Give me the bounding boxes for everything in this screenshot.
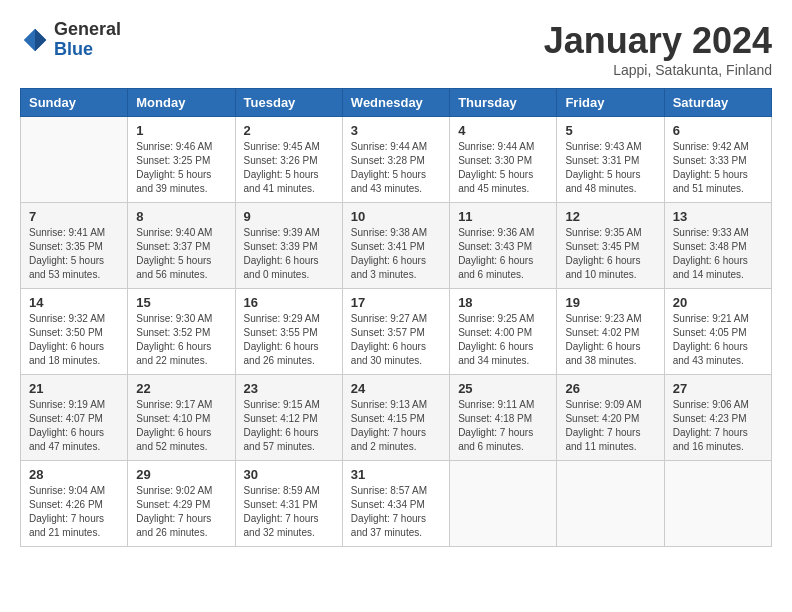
day-info: Sunrise: 8:59 AMSunset: 4:31 PMDaylight:… [244, 484, 334, 540]
day-number: 12 [565, 209, 655, 224]
day-info: Sunrise: 9:39 AMSunset: 3:39 PMDaylight:… [244, 226, 334, 282]
weekday-header-wednesday: Wednesday [342, 89, 449, 117]
day-info: Sunrise: 9:35 AMSunset: 3:45 PMDaylight:… [565, 226, 655, 282]
day-info: Sunrise: 9:33 AMSunset: 3:48 PMDaylight:… [673, 226, 763, 282]
calendar-cell: 19Sunrise: 9:23 AMSunset: 4:02 PMDayligh… [557, 289, 664, 375]
calendar-week-row: 28Sunrise: 9:04 AMSunset: 4:26 PMDayligh… [21, 461, 772, 547]
calendar-cell: 17Sunrise: 9:27 AMSunset: 3:57 PMDayligh… [342, 289, 449, 375]
day-info: Sunrise: 9:46 AMSunset: 3:25 PMDaylight:… [136, 140, 226, 196]
day-number: 11 [458, 209, 548, 224]
day-info: Sunrise: 9:29 AMSunset: 3:55 PMDaylight:… [244, 312, 334, 368]
day-info: Sunrise: 9:06 AMSunset: 4:23 PMDaylight:… [673, 398, 763, 454]
logo-text: General Blue [54, 20, 121, 60]
calendar-cell: 5Sunrise: 9:43 AMSunset: 3:31 PMDaylight… [557, 117, 664, 203]
day-number: 22 [136, 381, 226, 396]
day-number: 30 [244, 467, 334, 482]
day-info: Sunrise: 9:30 AMSunset: 3:52 PMDaylight:… [136, 312, 226, 368]
day-info: Sunrise: 9:23 AMSunset: 4:02 PMDaylight:… [565, 312, 655, 368]
day-info: Sunrise: 9:17 AMSunset: 4:10 PMDaylight:… [136, 398, 226, 454]
day-number: 13 [673, 209, 763, 224]
calendar-week-row: 14Sunrise: 9:32 AMSunset: 3:50 PMDayligh… [21, 289, 772, 375]
day-number: 16 [244, 295, 334, 310]
calendar-cell: 2Sunrise: 9:45 AMSunset: 3:26 PMDaylight… [235, 117, 342, 203]
day-number: 17 [351, 295, 441, 310]
day-number: 15 [136, 295, 226, 310]
day-number: 2 [244, 123, 334, 138]
calendar-cell [557, 461, 664, 547]
day-number: 21 [29, 381, 119, 396]
weekday-header-thursday: Thursday [450, 89, 557, 117]
day-number: 20 [673, 295, 763, 310]
calendar-cell: 18Sunrise: 9:25 AMSunset: 4:00 PMDayligh… [450, 289, 557, 375]
calendar-cell: 20Sunrise: 9:21 AMSunset: 4:05 PMDayligh… [664, 289, 771, 375]
day-number: 14 [29, 295, 119, 310]
calendar-cell [664, 461, 771, 547]
day-number: 26 [565, 381, 655, 396]
calendar-week-row: 21Sunrise: 9:19 AMSunset: 4:07 PMDayligh… [21, 375, 772, 461]
logo-icon [20, 25, 50, 55]
day-info: Sunrise: 9:15 AMSunset: 4:12 PMDaylight:… [244, 398, 334, 454]
day-info: Sunrise: 9:43 AMSunset: 3:31 PMDaylight:… [565, 140, 655, 196]
calendar-cell: 28Sunrise: 9:04 AMSunset: 4:26 PMDayligh… [21, 461, 128, 547]
day-info: Sunrise: 9:02 AMSunset: 4:29 PMDaylight:… [136, 484, 226, 540]
day-info: Sunrise: 9:40 AMSunset: 3:37 PMDaylight:… [136, 226, 226, 282]
weekday-header-saturday: Saturday [664, 89, 771, 117]
day-info: Sunrise: 9:38 AMSunset: 3:41 PMDaylight:… [351, 226, 441, 282]
day-info: Sunrise: 9:45 AMSunset: 3:26 PMDaylight:… [244, 140, 334, 196]
day-number: 8 [136, 209, 226, 224]
day-info: Sunrise: 9:19 AMSunset: 4:07 PMDaylight:… [29, 398, 119, 454]
day-info: Sunrise: 9:04 AMSunset: 4:26 PMDaylight:… [29, 484, 119, 540]
calendar-cell: 29Sunrise: 9:02 AMSunset: 4:29 PMDayligh… [128, 461, 235, 547]
day-number: 1 [136, 123, 226, 138]
calendar-cell: 21Sunrise: 9:19 AMSunset: 4:07 PMDayligh… [21, 375, 128, 461]
day-info: Sunrise: 9:11 AMSunset: 4:18 PMDaylight:… [458, 398, 548, 454]
day-number: 25 [458, 381, 548, 396]
day-info: Sunrise: 9:32 AMSunset: 3:50 PMDaylight:… [29, 312, 119, 368]
day-number: 10 [351, 209, 441, 224]
calendar-week-row: 7Sunrise: 9:41 AMSunset: 3:35 PMDaylight… [21, 203, 772, 289]
calendar-cell [450, 461, 557, 547]
calendar-cell: 30Sunrise: 8:59 AMSunset: 4:31 PMDayligh… [235, 461, 342, 547]
day-info: Sunrise: 8:57 AMSunset: 4:34 PMDaylight:… [351, 484, 441, 540]
calendar-cell: 24Sunrise: 9:13 AMSunset: 4:15 PMDayligh… [342, 375, 449, 461]
day-info: Sunrise: 9:13 AMSunset: 4:15 PMDaylight:… [351, 398, 441, 454]
calendar-cell: 10Sunrise: 9:38 AMSunset: 3:41 PMDayligh… [342, 203, 449, 289]
calendar-cell: 23Sunrise: 9:15 AMSunset: 4:12 PMDayligh… [235, 375, 342, 461]
calendar-cell: 12Sunrise: 9:35 AMSunset: 3:45 PMDayligh… [557, 203, 664, 289]
day-info: Sunrise: 9:21 AMSunset: 4:05 PMDaylight:… [673, 312, 763, 368]
weekday-header-sunday: Sunday [21, 89, 128, 117]
day-number: 19 [565, 295, 655, 310]
calendar-cell: 27Sunrise: 9:06 AMSunset: 4:23 PMDayligh… [664, 375, 771, 461]
day-number: 27 [673, 381, 763, 396]
day-number: 4 [458, 123, 548, 138]
calendar-cell: 25Sunrise: 9:11 AMSunset: 4:18 PMDayligh… [450, 375, 557, 461]
calendar-cell: 16Sunrise: 9:29 AMSunset: 3:55 PMDayligh… [235, 289, 342, 375]
calendar-cell: 3Sunrise: 9:44 AMSunset: 3:28 PMDaylight… [342, 117, 449, 203]
day-number: 6 [673, 123, 763, 138]
day-info: Sunrise: 9:09 AMSunset: 4:20 PMDaylight:… [565, 398, 655, 454]
day-number: 23 [244, 381, 334, 396]
calendar-cell: 15Sunrise: 9:30 AMSunset: 3:52 PMDayligh… [128, 289, 235, 375]
weekday-header-friday: Friday [557, 89, 664, 117]
day-info: Sunrise: 9:44 AMSunset: 3:30 PMDaylight:… [458, 140, 548, 196]
day-info: Sunrise: 9:44 AMSunset: 3:28 PMDaylight:… [351, 140, 441, 196]
weekday-header-monday: Monday [128, 89, 235, 117]
calendar-cell: 8Sunrise: 9:40 AMSunset: 3:37 PMDaylight… [128, 203, 235, 289]
day-number: 28 [29, 467, 119, 482]
calendar-cell: 6Sunrise: 9:42 AMSunset: 3:33 PMDaylight… [664, 117, 771, 203]
title-section: January 2024 Lappi, Satakunta, Finland [544, 20, 772, 78]
logo: General Blue [20, 20, 121, 60]
day-info: Sunrise: 9:42 AMSunset: 3:33 PMDaylight:… [673, 140, 763, 196]
weekday-header-tuesday: Tuesday [235, 89, 342, 117]
calendar-cell: 13Sunrise: 9:33 AMSunset: 3:48 PMDayligh… [664, 203, 771, 289]
day-number: 7 [29, 209, 119, 224]
calendar-cell: 31Sunrise: 8:57 AMSunset: 4:34 PMDayligh… [342, 461, 449, 547]
day-info: Sunrise: 9:41 AMSunset: 3:35 PMDaylight:… [29, 226, 119, 282]
calendar-cell: 7Sunrise: 9:41 AMSunset: 3:35 PMDaylight… [21, 203, 128, 289]
calendar-cell: 1Sunrise: 9:46 AMSunset: 3:25 PMDaylight… [128, 117, 235, 203]
day-number: 5 [565, 123, 655, 138]
calendar-cell: 4Sunrise: 9:44 AMSunset: 3:30 PMDaylight… [450, 117, 557, 203]
calendar-cell: 11Sunrise: 9:36 AMSunset: 3:43 PMDayligh… [450, 203, 557, 289]
day-number: 31 [351, 467, 441, 482]
day-number: 9 [244, 209, 334, 224]
